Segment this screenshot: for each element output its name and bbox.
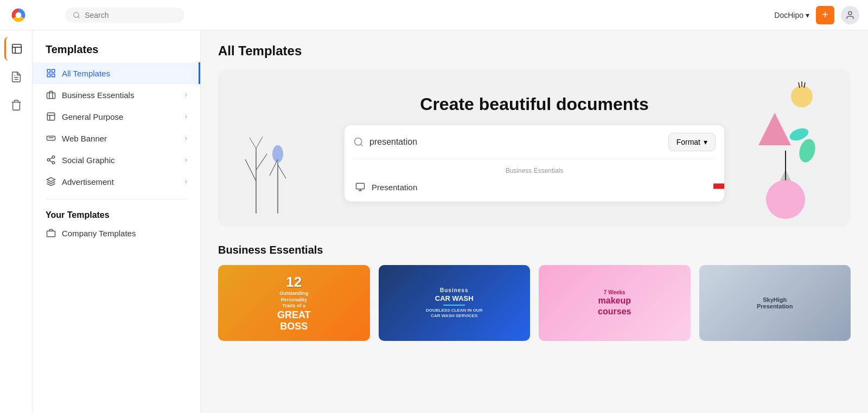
svg-point-38	[355, 138, 362, 145]
svg-point-24	[52, 162, 55, 164]
business-icon	[46, 89, 56, 100]
topnav-search-bar[interactable]	[65, 8, 184, 23]
svg-line-30	[245, 159, 256, 181]
general-icon	[46, 111, 56, 122]
svg-line-5	[78, 16, 80, 18]
svg-rect-28	[47, 231, 55, 237]
svg-rect-15	[47, 74, 50, 77]
hero-search-icon	[353, 137, 364, 147]
dropdown-item-label: Presentation	[372, 183, 417, 192]
trash-icon	[10, 99, 22, 111]
svg-point-50	[797, 137, 818, 164]
card-content-4: SkyHighPresentation	[699, 265, 851, 341]
sidebar-item-advertisement[interactable]: Advertisement ›	[33, 171, 200, 192]
dropdown-item-presentation[interactable]: Presentation	[344, 177, 724, 197]
svg-rect-16	[47, 93, 55, 99]
brand-label[interactable]: DocHipo ▾	[774, 11, 809, 20]
hero-search-input[interactable]	[369, 137, 663, 147]
sidebar-title: Templates	[33, 41, 200, 62]
file-icon	[10, 71, 22, 83]
add-button[interactable]: +	[816, 6, 834, 24]
sidebar-item-label-web: Web Banner	[62, 134, 107, 143]
user-avatar[interactable]	[841, 6, 859, 24]
svg-line-36	[270, 159, 278, 176]
svg-rect-13	[52, 69, 55, 72]
chevron-right-icon: ›	[185, 91, 187, 99]
svg-point-3	[16, 12, 22, 18]
chevron-icon: ▾	[806, 11, 809, 20]
svg-marker-43	[713, 178, 724, 195]
chevron-right-icon-2: ›	[185, 113, 187, 120]
company-icon	[46, 228, 56, 238]
svg-rect-40	[356, 183, 365, 189]
svg-line-33	[256, 137, 263, 149]
format-button[interactable]: Format ▾	[668, 133, 716, 151]
icon-bar-trash[interactable]	[4, 93, 28, 117]
web-banner-icon	[46, 133, 56, 144]
presentation-icon	[355, 182, 365, 192]
chevron-right-icon-4: ›	[185, 156, 187, 164]
hero-decoration-right	[742, 80, 829, 223]
hero-search-row: Format ▾	[344, 125, 724, 159]
hero-search-container: Format ▾ Business Essentials Presentatio…	[344, 125, 724, 202]
chevron-right-icon-3: ›	[185, 134, 187, 142]
svg-point-44	[791, 86, 813, 107]
template-card-2[interactable]: Business CAR WASH DOUBLESS CLEAN IN OURC…	[379, 265, 531, 341]
sidebar-item-all-templates[interactable]: All Templates	[33, 62, 200, 84]
svg-marker-48	[758, 113, 791, 145]
template-card-1[interactable]: 12 OutstandingPersonalityTraits of a GRE…	[218, 265, 370, 341]
chevron-down-icon: ▾	[704, 138, 707, 146]
sidebar-item-company-templates[interactable]: Company Templates	[33, 222, 200, 244]
sidebar-item-business-essentials[interactable]: Business Essentials ›	[33, 84, 200, 106]
svg-marker-27	[47, 178, 55, 182]
svg-line-26	[49, 158, 52, 159]
sidebar-item-label-social: Social Graphic	[62, 156, 115, 165]
app-logo-colored[interactable]	[9, 5, 28, 25]
sidebar-item-general-purpose[interactable]: General Purpose ›	[33, 106, 200, 127]
template-card-3[interactable]: 7 Weeks makeupcourses	[539, 265, 691, 341]
card-content-1: 12 OutstandingPersonalityTraits of a GRE…	[218, 265, 370, 341]
svg-rect-17	[47, 113, 55, 120]
svg-point-6	[848, 11, 852, 15]
svg-rect-14	[52, 74, 55, 77]
card-content-3: 7 Weeks makeupcourses	[539, 265, 691, 341]
svg-point-51	[766, 180, 805, 219]
dropdown-section: Business Essentials Presentation	[344, 159, 724, 202]
chevron-right-icon-5: ›	[185, 178, 187, 185]
red-arrow-indicator	[713, 178, 724, 196]
sidebar-item-label-general: General Purpose	[62, 112, 123, 121]
svg-point-22	[52, 156, 55, 159]
sidebar-item-social-graphic[interactable]: Social Graphic ›	[33, 149, 200, 171]
hero-title: Create beautiful documents	[344, 94, 724, 114]
svg-line-37	[278, 165, 286, 178]
document-icon	[11, 43, 23, 55]
sidebar-item-label-business: Business Essentials	[62, 91, 134, 100]
icon-bar-templates[interactable]	[4, 37, 28, 61]
svg-marker-53	[780, 170, 791, 180]
grid-icon	[46, 68, 56, 79]
topnav: DocHipo ▾ +	[0, 0, 868, 30]
svg-line-32	[250, 138, 256, 149]
app-layout: Templates All Templates Business Essenti…	[0, 30, 868, 413]
advertisement-icon	[46, 176, 56, 187]
template-card-4[interactable]: SkyHighPresentation	[699, 265, 851, 341]
svg-line-31	[256, 154, 267, 170]
social-icon	[46, 154, 56, 165]
card-content-2: Business CAR WASH DOUBLESS CLEAN IN OURC…	[379, 265, 531, 341]
sidebar-item-label-all: All Templates	[62, 69, 110, 78]
sidebar-divider	[46, 199, 187, 199]
search-icon	[73, 11, 80, 20]
your-templates-label: Your Templates	[33, 206, 200, 222]
svg-point-4	[74, 12, 79, 17]
topnav-search-input[interactable]	[85, 11, 177, 20]
topnav-right: DocHipo ▾ +	[774, 6, 859, 24]
icon-bar	[0, 30, 33, 413]
sidebar-item-web-banner[interactable]: Web Banner ›	[33, 127, 200, 149]
sidebar: Templates All Templates Business Essenti…	[33, 30, 201, 413]
page-title: All Templates	[218, 43, 851, 59]
hero-decoration-left	[240, 127, 294, 216]
svg-line-39	[361, 144, 363, 146]
icon-bar-documents[interactable]	[4, 65, 28, 89]
sidebar-item-label-company: Company Templates	[62, 229, 136, 238]
template-grid: 12 OutstandingPersonalityTraits of a GRE…	[218, 265, 851, 341]
